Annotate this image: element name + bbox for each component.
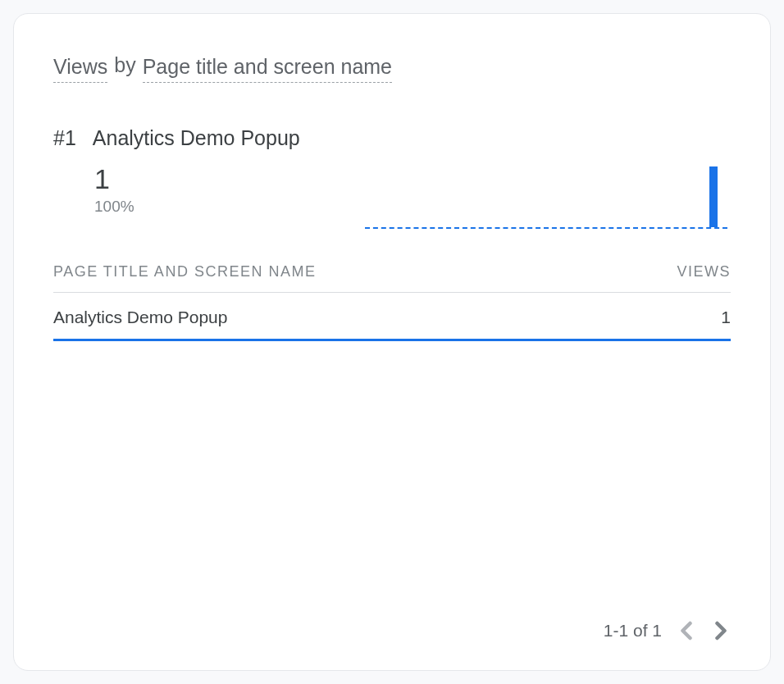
summary-top-item: Analytics Demo Popup [93,125,300,150]
chevron-left-icon [680,621,693,641]
table-cell-value: 1 [721,308,731,327]
title-connector: by [114,53,135,83]
card-title: Views by Page title and screen name [53,53,731,83]
summary-rank: #1 [53,125,76,150]
chevron-right-icon [714,621,727,641]
stats-row: 1 100% [94,165,731,229]
title-dimension[interactable]: Page title and screen name [143,53,392,83]
sparkline-chart [365,165,727,229]
data-table: PAGE TITLE AND SCREEN NAME VIEWS Analyti… [53,263,731,341]
table-header: PAGE TITLE AND SCREEN NAME VIEWS [53,263,731,293]
stat-percent: 100% [94,198,176,216]
analytics-card: Views by Page title and screen name #1 A… [13,13,771,671]
next-page-button[interactable] [711,621,731,641]
table-header-dimension: PAGE TITLE AND SCREEN NAME [53,263,316,280]
pagination-text: 1-1 of 1 [604,621,662,641]
table-row[interactable]: Analytics Demo Popup 1 [53,293,731,341]
table-cell-name: Analytics Demo Popup [53,308,227,327]
stat-block: 1 100% [94,165,176,216]
summary-row: #1 Analytics Demo Popup [53,125,731,150]
title-metric[interactable]: Views [53,53,107,83]
sparkline-bar [709,166,718,227]
table-header-metric: VIEWS [677,263,731,280]
pagination: 1-1 of 1 [604,621,731,641]
previous-page-button[interactable] [677,621,696,641]
stat-value: 1 [94,165,176,193]
